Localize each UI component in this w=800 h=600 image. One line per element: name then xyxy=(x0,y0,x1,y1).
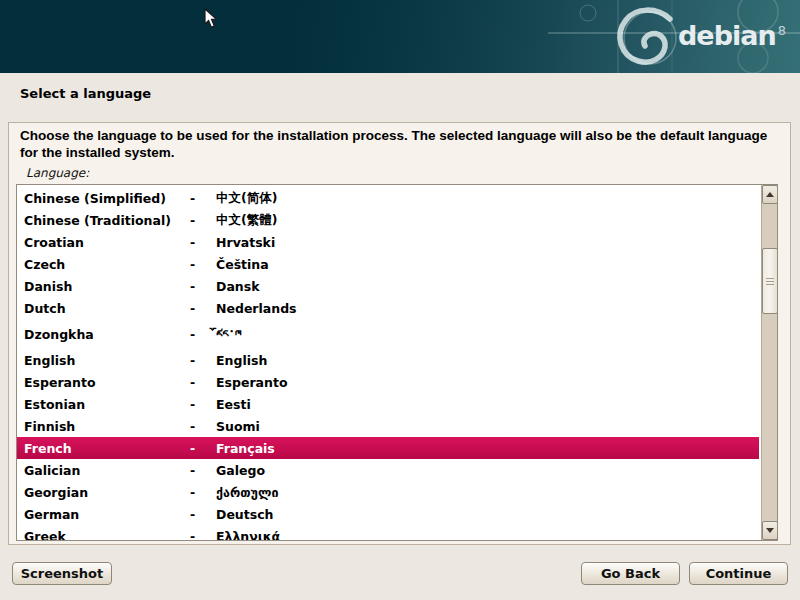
language-row[interactable]: Dzongkha-ཛོང་ཁ xyxy=(17,319,759,349)
language-row[interactable]: Galician-Galego xyxy=(17,459,759,481)
language-row[interactable]: German-Deutsch xyxy=(17,503,759,525)
continue-button[interactable]: Continue xyxy=(689,562,788,585)
language-field-label: Language: xyxy=(26,166,89,180)
chevron-down-icon xyxy=(766,528,774,533)
scrollbar-down-button[interactable] xyxy=(762,521,778,540)
language-row-selected[interactable]: French-Français xyxy=(17,437,759,459)
language-row[interactable]: Czech-Čeština xyxy=(17,253,759,275)
language-row[interactable]: Finnish-Suomi xyxy=(17,415,759,437)
scrollbar-track[interactable] xyxy=(761,185,777,540)
language-rows: Chinese (Simplified)-中文(简体) Chinese (Tra… xyxy=(17,187,759,541)
language-row[interactable]: Chinese (Simplified)-中文(简体) xyxy=(17,187,759,209)
instruction-text: Choose the language to be used for the i… xyxy=(20,127,775,161)
screenshot-button[interactable]: Screenshot xyxy=(12,562,112,585)
language-row[interactable]: Esperanto-Esperanto xyxy=(17,371,759,393)
language-row[interactable]: Greek-Ελληνικά xyxy=(17,525,759,541)
mouse-cursor-icon xyxy=(204,8,218,33)
header-banner: debian8 xyxy=(0,0,800,73)
chevron-up-icon xyxy=(766,192,774,197)
language-row[interactable]: Georgian-ქართული xyxy=(17,481,759,503)
language-row[interactable]: Estonian-Eesti xyxy=(17,393,759,415)
language-row[interactable]: English-English xyxy=(17,349,759,371)
debian-wordmark: debian8 xyxy=(678,20,786,51)
scrollbar-up-button[interactable] xyxy=(762,185,778,204)
language-row[interactable]: Dutch-Nederlands xyxy=(17,297,759,319)
page-title: Select a language xyxy=(20,86,151,101)
language-row[interactable]: Danish-Dansk xyxy=(17,275,759,297)
go-back-button[interactable]: Go Back xyxy=(581,562,680,585)
debian-version: 8 xyxy=(778,23,786,38)
dialog-frame: Choose the language to be used for the i… xyxy=(8,122,791,545)
language-row[interactable]: Chinese (Traditional)-中文(繁體) xyxy=(17,209,759,231)
language-list[interactable]: Chinese (Simplified)-中文(简体) Chinese (Tra… xyxy=(16,184,778,541)
language-row[interactable]: Croatian-Hrvatski xyxy=(17,231,759,253)
scrollbar-thumb[interactable] xyxy=(762,248,778,314)
